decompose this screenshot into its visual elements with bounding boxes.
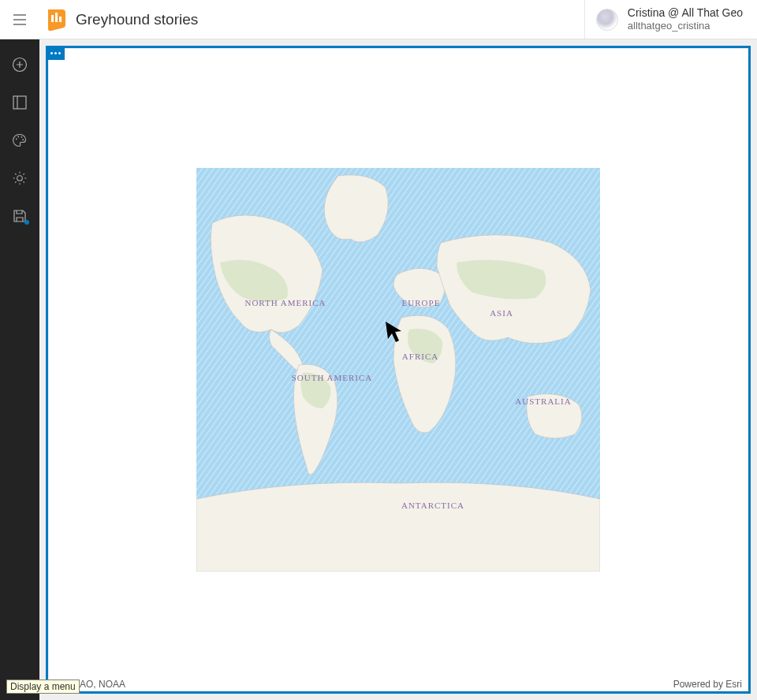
svg-point-7 [21,136,23,138]
label-south-america: SOUTH AMERICA [292,373,373,382]
theme-panel-button[interactable] [0,121,39,159]
app-logo [41,6,69,34]
hamburger-icon [13,14,27,25]
dashboard-logo-icon [43,8,67,32]
label-asia: ASIA [490,308,513,318]
world-map-svg: NORTH AMERICA SOUTH AMERICA EUROPE AFRIC… [196,168,600,572]
svg-point-8 [22,139,24,140]
tooltip: Display a menu [6,680,80,694]
svg-text:NORTH AMERICA: NORTH AMERICA [244,298,326,307]
layout-panel-button[interactable] [0,84,39,121]
add-element-button[interactable] [0,46,39,84]
svg-rect-4 [13,96,26,109]
plus-circle-icon [12,57,28,73]
map-widget[interactable]: NORTH AMERICA SOUTH AMERICA EUROPE AFRIC… [48,48,748,691]
label-antarctica: ANTARCTICA [401,501,464,510]
svg-rect-2 [59,17,62,22]
layout-icon [13,95,27,110]
map-attribution-right[interactable]: Powered by Esri [673,679,742,690]
user-account-button[interactable]: Cristina @ All That Geo allthatgeo_crist… [584,0,757,39]
svg-point-6 [17,136,19,138]
label-europe: EUROPE [402,298,441,307]
map-element-frame[interactable]: NORTH AMERICA SOUTH AMERICA EUROPE AFRIC… [46,46,751,694]
avatar [596,9,618,31]
user-display-name: Cristina @ All That Geo [628,6,743,20]
svg-point-5 [16,138,17,140]
svg-text:SOUTH AMERICA: SOUTH AMERICA [292,373,373,382]
menu-button[interactable] [0,0,39,39]
palette-icon [12,132,28,148]
svg-rect-1 [55,13,58,22]
label-africa: AFRICA [402,352,438,361]
label-north-america: NORTH AMERICA [244,298,326,307]
canvas-area: NORTH AMERICA SOUTH AMERICA EUROPE AFRIC… [39,39,757,700]
topbar: Greyhound stories Cristina @ All That Ge… [0,0,757,39]
page-title: Greyhound stories [76,11,584,28]
user-handle: allthatgeo_cristina [628,20,743,32]
floppy-disk-icon [13,209,27,223]
left-sidebar [0,39,39,700]
label-australia: AUSTRALIA [515,397,571,406]
settings-panel-button[interactable] [0,159,39,197]
save-button[interactable] [0,197,39,235]
gear-icon [12,170,28,186]
svg-rect-0 [51,15,54,22]
